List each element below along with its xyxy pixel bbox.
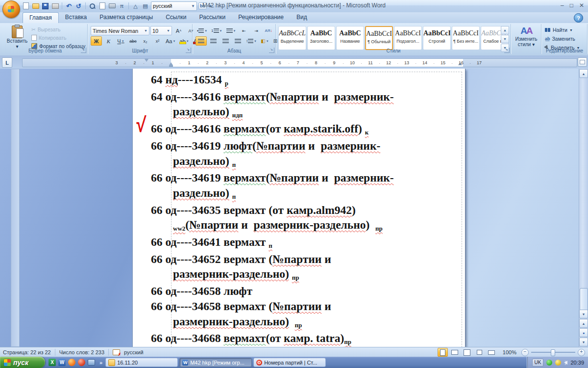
font-dialog-launcher[interactable]: ↘ bbox=[186, 48, 191, 53]
superscript-button[interactable]: x² bbox=[152, 36, 163, 46]
tab-ссылки[interactable]: Ссылки bbox=[159, 12, 193, 23]
view-web-layout-button[interactable] bbox=[462, 348, 472, 357]
qat-customize-button[interactable]: ▾ bbox=[208, 4, 213, 8]
language-indicator[interactable]: русский bbox=[124, 349, 143, 355]
tab-stop-selector[interactable]: L bbox=[2, 57, 12, 68]
italic-button[interactable]: К bbox=[103, 36, 114, 46]
copy-button[interactable]: Копировать bbox=[31, 34, 85, 41]
line-spacing-button[interactable]: ↕▼ bbox=[245, 36, 258, 46]
view-full-screen-button[interactable] bbox=[450, 348, 460, 357]
print-preview-icon[interactable] bbox=[98, 2, 106, 10]
bold-button[interactable]: Ж bbox=[91, 36, 102, 46]
vertical-scrollbar[interactable]: ▲ ▼ ▲ ● ▼ bbox=[579, 69, 588, 347]
equation-icon[interactable]: π bbox=[118, 2, 126, 10]
align-right-button[interactable] bbox=[220, 36, 231, 46]
view-print-layout-button[interactable] bbox=[438, 348, 448, 357]
document-page[interactable]: 64 нд----16534 р64 од----34616 вермахт(№… bbox=[132, 69, 466, 347]
paragraph-dialog-launcher[interactable]: ↘ bbox=[269, 48, 274, 53]
cut-button[interactable]: ✂Вырезать bbox=[31, 26, 85, 33]
next-page-button[interactable]: ▼ bbox=[579, 338, 588, 346]
taskbar-task[interactable]: OНомера партий | Ст... bbox=[253, 358, 326, 367]
translate-button[interactable]: bc bbox=[198, 2, 207, 9]
zoom-out-button[interactable]: − bbox=[521, 349, 529, 356]
keyboard-layout-indicator[interactable]: UK bbox=[532, 359, 544, 367]
zoom-level[interactable]: 100% bbox=[503, 349, 516, 355]
zoom-slider-handle[interactable] bbox=[551, 349, 555, 356]
word-icon[interactable]: W bbox=[58, 359, 66, 366]
paste-button[interactable]: Вставить▾ bbox=[6, 26, 28, 47]
highlight-button[interactable]: ab▼ bbox=[178, 36, 190, 46]
left-indent-marker[interactable] bbox=[169, 65, 173, 67]
change-styles-button[interactable]: AA Изменить стили ▾ bbox=[514, 26, 539, 47]
volume-icon[interactable] bbox=[564, 361, 567, 365]
scrollbar-thumb[interactable] bbox=[580, 288, 588, 312]
qat-language-combo[interactable]: русский▼ bbox=[151, 1, 197, 11]
redo-icon[interactable]: ↺ bbox=[74, 2, 83, 10]
replace-button[interactable]: a͟bЗаменить bbox=[545, 35, 580, 42]
proofing-status-icon[interactable] bbox=[113, 349, 120, 355]
underline-button[interactable]: Ч▼ bbox=[115, 36, 126, 46]
find-button[interactable]: Найти ▼ bbox=[545, 26, 580, 33]
help-button[interactable]: ? bbox=[574, 13, 583, 23]
shapes-icon[interactable]: △ bbox=[131, 2, 140, 10]
taskbar-task[interactable]: 16.11.20 bbox=[105, 358, 178, 367]
align-center-button[interactable] bbox=[208, 36, 219, 46]
open-folder-icon[interactable] bbox=[31, 2, 40, 10]
save-icon[interactable] bbox=[41, 2, 49, 10]
screenshot-icon[interactable] bbox=[51, 2, 59, 10]
quick-launch-overflow-button[interactable]: » bbox=[99, 360, 102, 366]
style-card-7[interactable]: AaBbCcI¶ Без инте... bbox=[452, 26, 480, 50]
close-button[interactable]: ✕ bbox=[579, 2, 584, 9]
select-browse-object-button[interactable]: ● bbox=[579, 328, 588, 337]
bullets-button[interactable]: •▼ bbox=[196, 26, 209, 35]
print-icon[interactable] bbox=[108, 2, 116, 10]
view-outline-button[interactable] bbox=[474, 348, 485, 357]
decrease-indent-button[interactable]: ⇤ bbox=[238, 26, 249, 35]
view-draft-button[interactable] bbox=[487, 348, 497, 357]
styles-scroll-up-button[interactable]: ▲ bbox=[501, 26, 509, 34]
previous-page-button[interactable]: ▲ bbox=[579, 319, 588, 328]
styles-scroll-down-button[interactable]: ▼ bbox=[501, 35, 509, 43]
firefox-icon[interactable] bbox=[68, 359, 75, 366]
style-card-5[interactable]: AaBbCcIПодзагол... bbox=[394, 26, 422, 50]
page-indicator[interactable]: Страница: 22 из 22 bbox=[3, 349, 51, 355]
ruler-toggle-button[interactable] bbox=[578, 57, 587, 67]
minimize-button[interactable]: – bbox=[561, 2, 564, 9]
restore-button[interactable]: □ bbox=[570, 2, 573, 9]
taskbar-task[interactable]: WM42 hkp [Режим огр... bbox=[179, 358, 252, 367]
multilevel-list-button[interactable]: ▼ bbox=[225, 26, 238, 35]
sort-button[interactable]: АЯ↓ bbox=[263, 26, 274, 35]
word-count[interactable]: Число слов: 2 233 bbox=[59, 349, 104, 355]
scroll-down-button[interactable]: ▼ bbox=[579, 310, 588, 318]
tab-рассылки[interactable]: Рассылки bbox=[193, 12, 232, 23]
horizontal-ruler[interactable]: 3·2·1·1·2·3·4·5·6·7·8·9·10·11·12·13·14·1… bbox=[22, 58, 577, 67]
im-online-icon[interactable] bbox=[546, 360, 552, 366]
update-icon[interactable] bbox=[555, 360, 561, 366]
excel-icon[interactable]: X bbox=[49, 359, 56, 366]
undo-icon[interactable]: ↶ bbox=[65, 2, 73, 10]
grow-font-button[interactable]: А˄ bbox=[173, 26, 184, 35]
paste-special-icon[interactable]: ▤ bbox=[141, 2, 149, 10]
office-button[interactable] bbox=[2, 0, 20, 18]
justify-button[interactable] bbox=[232, 36, 244, 46]
search-icon[interactable] bbox=[88, 2, 97, 10]
scroll-up-button[interactable]: ▲ bbox=[579, 69, 588, 78]
style-card-2[interactable]: AaBbCЗаголово... bbox=[307, 26, 335, 50]
style-card-3[interactable]: AaBbCНазвание bbox=[336, 26, 364, 50]
tab-вид[interactable]: Вид bbox=[290, 12, 314, 23]
new-document-icon[interactable] bbox=[22, 2, 30, 10]
first-line-indent-marker[interactable] bbox=[145, 59, 148, 62]
tab-разметка-страницы[interactable]: Разметка страницы bbox=[93, 12, 159, 23]
start-button[interactable]: пуск bbox=[0, 357, 45, 368]
increase-indent-button[interactable]: ⇥ bbox=[250, 26, 262, 35]
align-left-button[interactable] bbox=[196, 36, 207, 46]
clipboard-dialog-launcher[interactable]: ↘ bbox=[81, 48, 86, 53]
tab-вставка[interactable]: Вставка bbox=[59, 12, 94, 23]
font-size-combo[interactable]: 10▼ bbox=[150, 26, 172, 35]
display-icon[interactable] bbox=[88, 359, 95, 366]
style-card-1[interactable]: AaBbCcLВыделение bbox=[278, 26, 306, 50]
numbering-button[interactable]: 1▼ bbox=[210, 26, 223, 35]
style-card-4[interactable]: AaBbCcI¶ Обычный bbox=[365, 26, 393, 50]
tab-главная[interactable]: Главная bbox=[23, 12, 59, 23]
shading-button[interactable]: ◧▼ bbox=[259, 36, 270, 46]
